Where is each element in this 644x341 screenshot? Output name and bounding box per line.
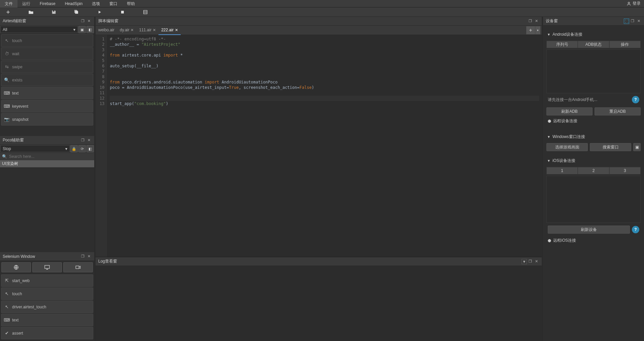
menu-选项[interactable]: 选项 xyxy=(87,0,105,7)
lock-button[interactable]: 🔒 xyxy=(70,145,78,152)
tab-111.air[interactable]: 111.air✕ xyxy=(136,26,158,35)
run-button[interactable] xyxy=(94,8,106,16)
stop-button[interactable] xyxy=(116,8,129,16)
menu-窗口[interactable]: 窗口 xyxy=(105,0,122,7)
restore-icon[interactable]: ❐ xyxy=(528,19,533,24)
chevron-down-icon: ▼ xyxy=(547,159,550,163)
login-button[interactable]: 登录 xyxy=(623,1,644,6)
selenium-text[interactable]: ⌨text xyxy=(1,314,93,326)
log-panel-title: Log查看窗 xyxy=(98,259,521,264)
selenium-desktop-button[interactable] xyxy=(32,262,62,272)
wait-icon: ⏱ xyxy=(4,51,9,56)
text-icon: ⌨ xyxy=(4,91,9,96)
tab-dropdown-button[interactable]: ▾ xyxy=(535,26,540,34)
svg-rect-4 xyxy=(45,265,49,268)
windows-section-header[interactable]: ▼Windows窗口连接 xyxy=(544,132,643,142)
refresh-adb-button[interactable]: 刷新ADB xyxy=(546,107,593,115)
menu-bar: 文件运行FirebaseHeadSpin选项窗口帮助 登录 xyxy=(0,0,644,7)
restore-icon[interactable]: ❐ xyxy=(630,19,635,24)
menu-运行[interactable]: 运行 xyxy=(17,0,35,7)
selenium-assert[interactable]: ✔assert xyxy=(1,327,93,339)
startweb-icon: ⇱ xyxy=(4,278,9,283)
restore-icon[interactable]: ❐ xyxy=(80,138,85,143)
remote-ios-row[interactable]: 远程iOS连接 xyxy=(544,236,643,245)
close-icon[interactable]: ✕ xyxy=(534,259,539,264)
selenium-driver-airtest_touch[interactable]: ↖driver.airtest_touch xyxy=(1,301,93,313)
help-button[interactable]: ? xyxy=(632,96,639,103)
svg-rect-2 xyxy=(144,10,147,14)
menu-文件[interactable]: 文件 xyxy=(0,0,17,7)
swipe-icon: ⇆ xyxy=(4,64,9,69)
help-button[interactable]: ? xyxy=(632,226,639,233)
search-window-button[interactable]: 搜索窗口 xyxy=(590,143,631,151)
tool-icon[interactable]: ⛶ xyxy=(624,19,629,24)
android-section-header[interactable]: ▼Android设备连接 xyxy=(544,30,643,39)
report-button[interactable] xyxy=(139,8,151,16)
save-button[interactable] xyxy=(48,8,60,16)
tab-222.air[interactable]: 222.air✕ xyxy=(158,26,181,35)
save-all-button[interactable] xyxy=(71,8,83,16)
airtest-panel-title: Airtest辅助窗 xyxy=(3,18,79,24)
restore-icon[interactable]: ❐ xyxy=(80,19,85,24)
android-hint: 请先连接一台Android手机... xyxy=(548,97,630,103)
svg-rect-5 xyxy=(76,266,79,269)
new-file-button[interactable] xyxy=(2,8,14,16)
selenium-record-button[interactable] xyxy=(63,262,93,272)
tab-dy.air[interactable]: dy.air✕ xyxy=(117,26,136,35)
poco-panel: Poco辅助窗 ❐ ✕ Stop▾ 🔒 ⟳ ◧ 🔍 UI渲染树 xyxy=(0,136,94,251)
restore-icon[interactable]: ❐ xyxy=(80,254,85,259)
settings-button[interactable]: ◧ xyxy=(86,145,94,152)
refresh-ios-button[interactable]: 刷新设备 xyxy=(548,226,630,234)
menu-Firebase[interactable]: Firebase xyxy=(35,0,60,7)
tab-close-icon[interactable]: ✕ xyxy=(175,26,178,34)
android-device-table-header: 序列号 ADB状态 操作 xyxy=(546,41,641,48)
close-icon[interactable]: ✕ xyxy=(534,19,539,24)
tab-close-icon[interactable]: ✕ xyxy=(153,26,156,34)
add-tab-button[interactable]: + xyxy=(526,26,535,34)
select-game-window-button[interactable]: 选择游戏画面 xyxy=(546,143,588,151)
capture2-button[interactable]: ◧ xyxy=(86,26,94,33)
airtest-snapshot[interactable]: 📷snapshot xyxy=(1,113,93,126)
selenium-panel-title: Selenium Window xyxy=(3,254,79,259)
editor-tabs: weibo.airdy.air✕111.air✕222.air✕+▾ xyxy=(96,26,542,35)
poco-mode-select[interactable]: Stop▾ xyxy=(0,145,70,152)
refresh-button[interactable]: ⟳ xyxy=(78,145,86,152)
close-icon[interactable]: ✕ xyxy=(636,19,641,24)
remote-connect-row[interactable]: 远程设备连接 xyxy=(544,117,643,125)
touch-icon: ↖ xyxy=(4,291,9,296)
airtest-swipe[interactable]: ⇆swipe xyxy=(1,61,93,73)
close-icon[interactable]: ✕ xyxy=(86,19,92,24)
code-editor[interactable]: 12345678910111213 # -*- encoding=utf8 -*… xyxy=(96,35,542,257)
close-icon[interactable]: ✕ xyxy=(86,254,92,259)
ios-section-header[interactable]: ▼iOS设备连接 xyxy=(544,156,643,166)
search-icon: 🔍 xyxy=(2,154,7,159)
airtest-touch[interactable]: ↖touch xyxy=(1,34,93,47)
capture-button[interactable]: ▣ xyxy=(78,26,86,33)
poco-search-input[interactable] xyxy=(9,154,92,159)
restart-adb-button[interactable]: 重启ADB xyxy=(595,107,641,115)
selenium-touch[interactable]: ↖touch xyxy=(1,287,93,300)
airtest-text[interactable]: ⌨text xyxy=(1,87,93,99)
radio-icon xyxy=(548,120,551,123)
tab-close-icon[interactable]: ✕ xyxy=(131,26,134,34)
snapshot-icon: 📷 xyxy=(4,117,9,122)
menu-HeadSpin[interactable]: HeadSpin xyxy=(60,0,87,7)
selenium-start_web[interactable]: ⇱start_web xyxy=(1,274,93,287)
login-label: 登录 xyxy=(633,1,641,6)
airtest-exists[interactable]: 🔍exists xyxy=(1,74,93,86)
open-file-button[interactable] xyxy=(25,8,37,16)
filter-icon[interactable]: ▼ xyxy=(522,259,527,264)
airtest-filter-select[interactable]: All▾ xyxy=(0,26,78,33)
tab-weibo.air[interactable]: weibo.air xyxy=(96,26,117,35)
airtest-wait[interactable]: ⏱wait xyxy=(1,47,93,60)
window-picker-button[interactable]: ▣ xyxy=(633,143,641,151)
airtest-keyevent[interactable]: ⌨keyevent xyxy=(1,100,93,112)
menu-帮助[interactable]: 帮助 xyxy=(122,0,140,7)
close-icon[interactable]: ✕ xyxy=(86,138,92,143)
device-panel-title: 设备窗 xyxy=(546,18,623,24)
chevron-down-icon: ▼ xyxy=(547,135,550,139)
ui-tree-root[interactable]: UI渲染树 xyxy=(0,160,94,167)
selenium-globe-button[interactable] xyxy=(1,262,31,272)
restore-icon[interactable]: ❐ xyxy=(528,259,533,264)
user-icon xyxy=(627,1,631,6)
